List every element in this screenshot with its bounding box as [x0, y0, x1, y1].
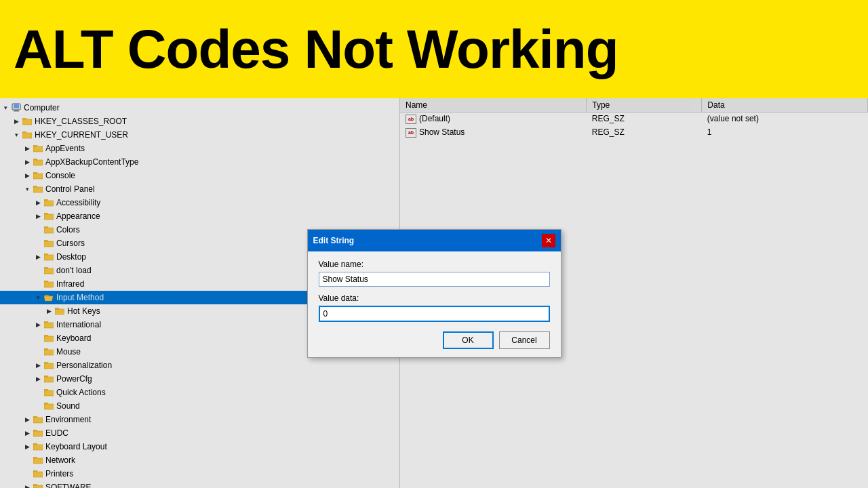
- value-data-label: Value data:: [319, 293, 550, 303]
- banner: ALT Codes Not Working: [0, 0, 868, 98]
- ok-button[interactable]: OK: [443, 331, 494, 349]
- cancel-button[interactable]: Cancel: [499, 331, 550, 349]
- dialog-title: Edit String: [313, 236, 355, 245]
- dialog-titlebar: Edit String ✕: [308, 230, 561, 251]
- dialog-overlay: Edit String ✕ Value name: Value data: OK…: [0, 98, 868, 488]
- dialog-buttons: OK Cancel: [319, 331, 550, 349]
- value-data-input[interactable]: [319, 306, 550, 322]
- dialog-close-button[interactable]: ✕: [542, 234, 555, 247]
- value-name-input[interactable]: [319, 272, 550, 287]
- value-name-label: Value name:: [319, 260, 550, 269]
- banner-title: ALT Codes Not Working: [14, 22, 618, 77]
- dialog-body: Value name: Value data: OK Cancel: [308, 251, 561, 357]
- edit-string-dialog: Edit String ✕ Value name: Value data: OK…: [307, 229, 561, 358]
